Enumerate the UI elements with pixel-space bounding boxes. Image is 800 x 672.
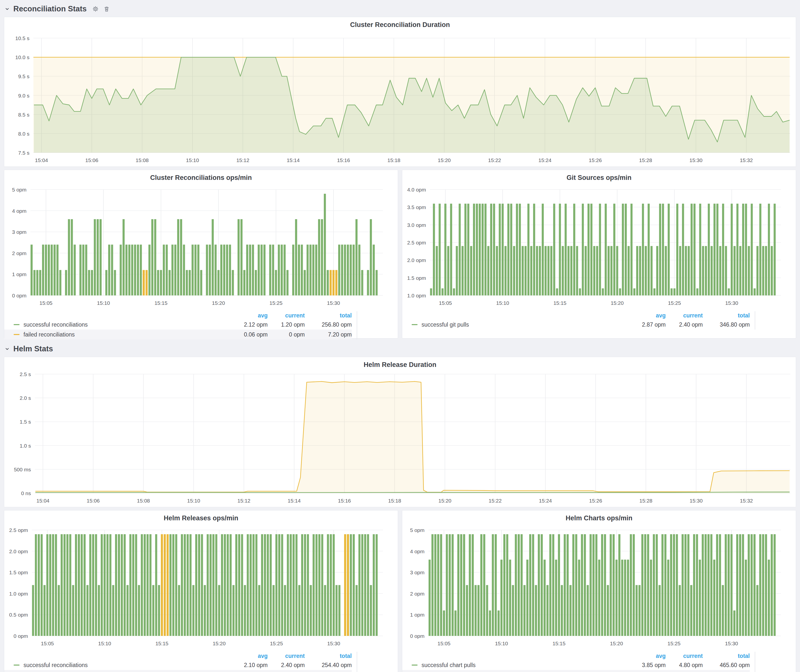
legend: avgcurrenttotalsuccessful reconciliation…: [4, 311, 398, 339]
svg-text:15:16: 15:16: [337, 157, 350, 163]
svg-text:2 opm: 2 opm: [410, 591, 424, 597]
series-stat: 2.40 opm: [666, 322, 703, 328]
legend-header: avgcurrenttotal: [4, 311, 352, 320]
legend-column-current[interactable]: current: [268, 653, 305, 659]
series-stat: 346.80 opm: [703, 322, 750, 328]
svg-text:15:30: 15:30: [327, 641, 341, 646]
svg-text:5 opm: 5 opm: [410, 527, 424, 533]
svg-text:15:30: 15:30: [690, 498, 703, 504]
svg-text:15:25: 15:25: [668, 300, 681, 306]
series-label[interactable]: successful reconciliations: [24, 322, 230, 328]
svg-text:8.0 s: 8.0 s: [18, 131, 29, 137]
series-stat: 2.10 opm: [230, 662, 268, 669]
cluster-reconciliation-duration-chart[interactable]: 15:0415:0615:0815:1015:1215:1415:1615:18…: [4, 30, 796, 168]
svg-text:15:30: 15:30: [327, 300, 340, 306]
helm-release-duration-chart[interactable]: 15:0415:0615:0815:1015:1215:1415:1615:18…: [4, 370, 796, 508]
helm-releases-ops-chart[interactable]: 15:0515:1015:1515:2015:2515:300 opm0.5 o…: [4, 523, 398, 651]
series-label[interactable]: successful reconciliations: [24, 662, 230, 669]
legend-column-current[interactable]: current: [268, 312, 305, 319]
svg-text:8.5 s: 8.5 s: [18, 112, 29, 118]
section-title[interactable]: Reconciliation Stats: [13, 5, 86, 13]
panel-title[interactable]: Git Sources ops/min: [402, 170, 796, 182]
legend-column-total[interactable]: total: [305, 312, 352, 319]
svg-text:1.5 opm: 1.5 opm: [407, 275, 426, 281]
legend: avgcurrenttotalsuccessful reconciliation…: [4, 652, 398, 672]
svg-text:15:14: 15:14: [288, 498, 301, 504]
svg-text:10.5 s: 10.5 s: [15, 35, 29, 41]
svg-text:0 opm: 0 opm: [14, 633, 28, 639]
series-label[interactable]: successful chart pulls: [421, 662, 629, 669]
svg-text:15:26: 15:26: [589, 157, 602, 163]
panel-title[interactable]: Helm Release Duration: [4, 357, 796, 370]
svg-text:1.5 opm: 1.5 opm: [9, 570, 28, 575]
legend-header: avgcurrenttotal: [402, 652, 750, 660]
svg-text:15:24: 15:24: [539, 498, 552, 504]
series-label[interactable]: failed reconciliations: [24, 331, 230, 338]
legend-column-avg[interactable]: avg: [629, 653, 666, 659]
panel-title[interactable]: Cluster Reconciliation Duration: [4, 17, 796, 30]
legend-column-total[interactable]: total: [703, 653, 750, 659]
svg-text:4 opm: 4 opm: [12, 208, 26, 214]
git-sources-ops-chart[interactable]: 15:0515:1015:1515:2015:2515:301.0 opm1.5…: [402, 182, 796, 310]
series-color-mark: [14, 665, 19, 666]
series-stat: 0.06 opm: [230, 331, 268, 338]
svg-text:15:20: 15:20: [212, 300, 225, 306]
panel-git-sources-ops: Git Sources ops/min 15:0515:1015:1515:20…: [402, 170, 796, 338]
section-header-helm-stats[interactable]: Helm Stats: [5, 344, 798, 354]
helm-charts-ops-chart[interactable]: 15:0515:1015:1515:2015:2515:300 opm1 opm…: [402, 523, 796, 651]
svg-text:15:20: 15:20: [438, 498, 451, 504]
svg-text:500 ms: 500 ms: [14, 467, 31, 472]
svg-text:2.5 opm: 2.5 opm: [9, 527, 28, 533]
legend-column-avg[interactable]: avg: [230, 312, 268, 319]
legend-row[interactable]: failed reconciliations0.13 opm0 opm15.60…: [4, 670, 352, 672]
legend-row[interactable]: failed reconciliations0.06 opm0 opm7.20 …: [4, 330, 352, 339]
svg-text:15:22: 15:22: [488, 498, 502, 504]
svg-text:15:15: 15:15: [552, 641, 565, 646]
svg-text:5 opm: 5 opm: [12, 187, 26, 192]
svg-text:15:06: 15:06: [85, 157, 98, 163]
chevron-down-icon[interactable]: [5, 6, 10, 12]
legend-column-avg[interactable]: avg: [629, 312, 666, 319]
chevron-down-icon[interactable]: [5, 346, 10, 352]
trash-icon[interactable]: [103, 5, 110, 13]
series-label[interactable]: successful git pulls: [421, 322, 629, 328]
svg-text:15:20: 15:20: [611, 300, 624, 306]
svg-text:15:05: 15:05: [41, 641, 54, 646]
svg-text:15:10: 15:10: [495, 641, 508, 646]
legend-row[interactable]: failed chart pulls0 opm0 opm0 opm: [402, 670, 750, 672]
svg-text:4.0 opm: 4.0 opm: [407, 187, 426, 192]
svg-text:2.0 opm: 2.0 opm: [9, 549, 28, 554]
gear-icon[interactable]: [91, 5, 99, 13]
section-header-reconciliation-stats[interactable]: Reconciliation Stats: [5, 4, 798, 14]
svg-text:15:10: 15:10: [98, 641, 111, 646]
panel-title[interactable]: Helm Releases ops/min: [4, 510, 398, 523]
legend-row[interactable]: successful reconciliations2.12 opm1.20 o…: [4, 320, 352, 330]
legend-row[interactable]: successful chart pulls3.85 opm4.80 opm46…: [402, 660, 750, 670]
svg-text:15:15: 15:15: [554, 300, 566, 306]
svg-text:15:05: 15:05: [439, 300, 452, 306]
legend-column-total[interactable]: total: [305, 653, 352, 659]
panel-title[interactable]: Cluster Reconciliations ops/min: [4, 170, 398, 182]
legend-row[interactable]: successful git pulls2.87 opm2.40 opm346.…: [402, 320, 750, 330]
legend-row[interactable]: successful reconciliations2.10 opm2.40 o…: [4, 660, 352, 670]
svg-text:15:05: 15:05: [437, 641, 450, 646]
series-stat: 2.12 opm: [230, 322, 268, 328]
panel-helm-charts-ops: Helm Charts ops/min 15:0515:1015:1515:20…: [402, 510, 796, 672]
svg-text:2 opm: 2 opm: [12, 250, 26, 256]
cluster-reconciliations-ops-chart[interactable]: 15:0515:1015:1515:2015:2515:300 opm1 opm…: [4, 182, 398, 310]
legend-column-current[interactable]: current: [666, 653, 703, 659]
section-title[interactable]: Helm Stats: [13, 344, 53, 353]
series-stat: 0 opm: [268, 331, 305, 338]
svg-text:15:04: 15:04: [36, 498, 50, 504]
panel-title[interactable]: Helm Charts ops/min: [402, 510, 796, 523]
dashboard: Reconciliation Stats Clus: [0, 0, 800, 672]
legend-column-avg[interactable]: avg: [230, 653, 268, 659]
series-color-mark: [14, 324, 19, 325]
legend-column-total[interactable]: total: [703, 312, 750, 319]
series-stat: 4.80 opm: [666, 662, 703, 669]
svg-text:15:28: 15:28: [639, 157, 652, 163]
svg-text:7.5 s: 7.5 s: [18, 150, 29, 156]
panel-cluster-reconciliation-duration: Cluster Reconciliation Duration 15:0415:…: [4, 17, 796, 167]
legend-column-current[interactable]: current: [666, 312, 703, 319]
svg-text:1.0 opm: 1.0 opm: [9, 591, 28, 597]
